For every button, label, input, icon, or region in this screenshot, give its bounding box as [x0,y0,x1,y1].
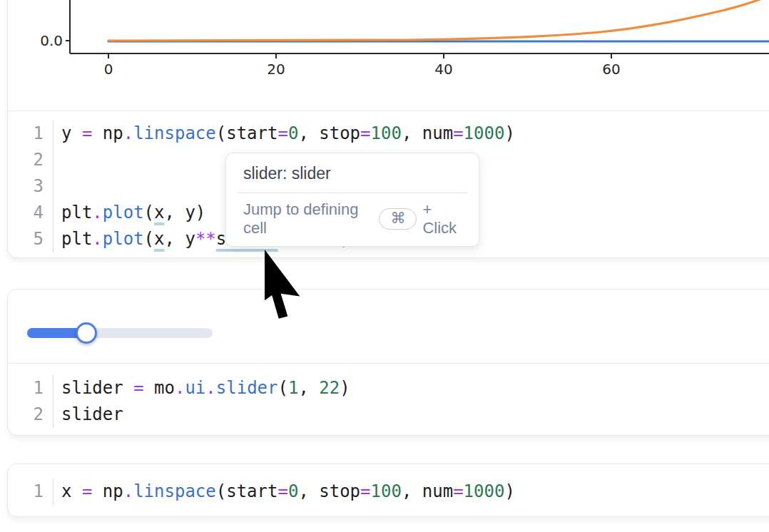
plot-tick-marks [66,41,611,58]
code-token: , num [402,481,453,501]
slider-track[interactable] [27,328,213,338]
line-number: 3 [8,173,54,200]
code-token: ui [185,378,205,398]
code-token: ( [277,378,287,398]
code-token: plt [61,229,92,249]
code-token: = [82,481,92,501]
code-token: 0 [288,481,298,501]
tooltip-suffix: + Click [422,200,466,237]
code-text: plt.plot(x, y) [54,200,205,226]
slider-output [8,290,769,363]
code-token: . [175,378,185,398]
code-token: 1 [288,378,298,398]
code-token: linspace [133,123,216,143]
code-token: . [92,203,102,222]
code-line[interactable]: 2slider [8,401,769,428]
code-token: = [277,481,287,501]
code-token: = [453,481,463,501]
code-token: ( [144,229,154,249]
code-token: ) [504,481,514,501]
code-token: 100 [371,123,402,143]
code-token: linspace [133,481,216,501]
code-token: mo [144,378,175,398]
matplotlib-plot: 0.0 0 20 40 60 [8,0,769,111]
line-number: 1 [8,479,54,505]
code-editor[interactable]: 1x = np.linspace(start=0, stop=100, num=… [8,464,769,516]
code-token: x [154,203,164,222]
code-token: plt [61,203,92,222]
code-editor[interactable]: 1slider = mo.ui.slider(1, 22)2slider [8,363,769,435]
code-text [54,147,71,173]
code-line[interactable]: 1x = np.linspace(start=0, stop=100, num=… [8,479,769,505]
code-token: y [61,123,82,143]
code-token: np [92,481,123,501]
code-token: ( [144,203,154,222]
code-token: , num [402,123,453,143]
code-token: , y [165,229,195,249]
line-number: 1 [8,121,54,147]
x-tick-label-20: 20 [267,61,285,78]
tooltip-action-label: Jump to defining cell [243,200,373,237]
code-line[interactable]: 1slider = mo.ui.slider(1, 22) [8,375,769,401]
code-token: , stop [298,481,360,501]
code-token: , y) [165,203,206,222]
code-token: slider [61,404,123,424]
slider-thumb[interactable] [76,322,97,344]
x-tick-label-60: 60 [602,61,620,78]
plot-output: 0.0 0 20 40 60 [8,0,769,111]
code-token: 0 [288,123,298,143]
code-token: 100 [371,481,402,501]
code-token: , [298,378,319,398]
code-token: (start [216,481,278,501]
line-number: 1 [8,375,54,401]
line-number: 5 [8,226,54,252]
code-token: . [123,481,133,501]
code-text: slider [54,401,123,428]
code-token: 22 [319,378,340,398]
code-token: ) [504,123,514,143]
code-text: slider = mo.ui.slider(1, 22) [54,375,350,401]
command-key-icon: ⌘ [379,208,417,230]
tooltip-title: slider: slider [226,153,479,193]
code-token: 1000 [464,481,505,501]
x-tick-label-0: 0 [104,61,113,78]
variable-tooltip: slider: slider Jump to defining cell ⌘ +… [225,153,479,247]
code-token: = [82,123,92,143]
code-token: ** [195,229,216,249]
code-token: 1000 [464,123,505,143]
y-tick-label: 0.0 [40,32,63,49]
code-token: = [360,123,370,143]
code-token: slider [61,378,133,398]
notebook-cell-slider: 1slider = mo.ui.slider(1, 22)2slider [7,289,769,436]
code-token: x [154,229,164,249]
code-token: np [92,123,123,143]
code-token: slider [216,378,278,398]
slider[interactable] [27,322,213,344]
x-tick-label-40: 40 [434,61,452,78]
notebook-cell-x: 1x = np.linspace(start=0, stop=100, num=… [7,464,769,517]
code-token: ) [340,378,350,398]
code-text: y = np.linspace(start=0, stop=100, num=1… [54,121,515,147]
code-token: , stop [298,123,360,143]
code-token: = [360,481,370,501]
code-token: x [61,481,82,501]
code-line[interactable]: 1y = np.linspace(start=0, stop=100, num=… [8,121,769,147]
mouse-cursor-icon [265,250,329,328]
line-number: 2 [8,147,54,173]
code-token: plot [103,203,144,222]
code-token: = [453,123,463,143]
code-token: . [92,229,102,249]
line-number: 4 [8,200,54,226]
code-token: (start [216,123,278,143]
code-token: . [123,123,133,143]
line-number: 2 [8,401,54,428]
code-token: plot [103,229,144,249]
series-line-orange [108,0,769,41]
code-token: = [133,378,143,398]
code-token: = [277,123,287,143]
code-text [54,173,71,200]
code-token: . [205,378,215,398]
code-text: x = np.linspace(start=0, stop=100, num=1… [54,479,515,505]
